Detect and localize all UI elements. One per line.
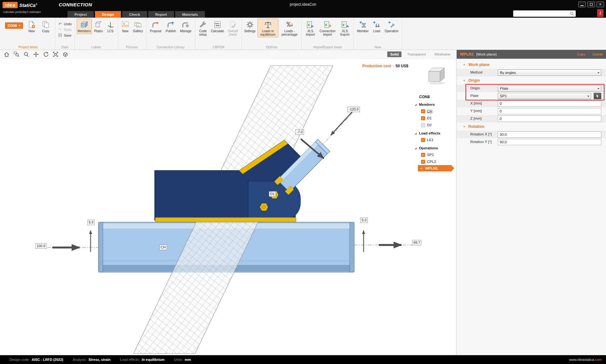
checkbox-checked-icon[interactable]: ✓ <box>421 109 425 113</box>
overall-check-button[interactable]: Overall check <box>225 19 241 37</box>
plate-select[interactable]: SP1 <box>498 93 591 99</box>
copy-project-item-button[interactable]: Copy <box>40 19 51 34</box>
ribbon-group-import-export: XLS Import Connection Import XLS Export … <box>302 18 354 50</box>
tab-report[interactable]: Report <box>148 11 174 18</box>
loads-percentage-button[interactable]: Loads - percentage <box>279 19 300 37</box>
close-button[interactable]: × <box>597 2 604 7</box>
undo-button[interactable]: ↶ Undo <box>57 21 73 27</box>
tree-item-d1[interactable]: ✓ D1 <box>421 115 456 122</box>
calculate-button[interactable]: Calculate <box>210 19 225 34</box>
tree-group-load-effects[interactable]: ◢ Load effects <box>415 130 456 136</box>
section-collapse-icon: ▼ <box>463 79 466 82</box>
rotate-view-icon[interactable] <box>42 51 49 58</box>
copy-operation-button[interactable]: Copy <box>577 52 585 56</box>
labels-members-toggle[interactable]: Members <box>77 19 92 34</box>
zoom-window-icon[interactable] <box>13 51 20 58</box>
app-window: idea StatiCa® Calculate yesterday's esti… <box>0 0 606 364</box>
rotation-y-input[interactable] <box>498 139 601 145</box>
origin-select[interactable]: Plate <box>498 85 601 92</box>
minimize-button[interactable] <box>578 2 586 7</box>
tree-item-le1[interactable]: ✓ LE1 <box>421 136 456 143</box>
navigation-cube[interactable] <box>425 64 448 86</box>
3d-viewport[interactable]: -120.0 -7.0 5.0 5.0 100.0 69.7 CH D1 Pro… <box>0 59 456 355</box>
checkbox-unchecked-icon[interactable] <box>421 123 425 127</box>
checkbox-checked-icon[interactable]: ✓ <box>421 138 425 142</box>
tab-check[interactable]: Check <box>122 11 147 18</box>
view-mode-transparent[interactable]: Transparent <box>404 51 429 57</box>
labels-lcs-toggle[interactable]: LCS <box>105 19 116 34</box>
status-units: Units:mm <box>174 358 191 361</box>
checkbox-checked-icon[interactable]: ✓ <box>421 116 425 120</box>
tab-design[interactable]: Design <box>95 11 121 18</box>
picture-new-button[interactable]: New <box>120 19 131 34</box>
view-mode-solid[interactable]: Solid <box>387 51 401 57</box>
y-input[interactable] <box>498 108 601 114</box>
dim-label-load-right: 69.7 <box>412 240 421 245</box>
con8-selector-button[interactable]: CON8 <box>5 22 23 29</box>
code-setup-button[interactable]: Code setup <box>196 19 210 37</box>
tab-materials[interactable]: Materials <box>175 11 205 18</box>
connection-import-button[interactable]: Connection Import <box>318 19 337 37</box>
member-label-ch: CH <box>159 245 167 250</box>
home-view-icon[interactable] <box>3 51 10 58</box>
gear-icon <box>246 20 254 29</box>
pan-icon[interactable] <box>33 51 39 58</box>
xls-export-button[interactable]: XLS Export <box>337 19 353 37</box>
save-button[interactable]: Save <box>57 33 73 38</box>
lcs-axes-icon <box>106 20 115 29</box>
tab-project[interactable]: Project <box>68 11 94 18</box>
plate-picker-button[interactable] <box>594 93 601 99</box>
delete-operation-button[interactable]: Delete <box>592 52 603 56</box>
info-button[interactable]: i <box>597 9 603 17</box>
tree-item-cpl2[interactable]: ✓ CPL2 <box>421 158 456 165</box>
method-select[interactable]: By angles <box>498 69 601 76</box>
rotation-x-input[interactable] <box>498 131 601 138</box>
cursor-pick-icon <box>596 94 600 98</box>
new-project-item-button[interactable]: New <box>26 19 37 34</box>
new-load-button[interactable]: Load <box>371 19 382 34</box>
tree-group-members[interactable]: ◢ Members <box>415 101 456 108</box>
xls-import-icon <box>306 20 315 29</box>
search-input[interactable] <box>515 12 569 15</box>
view-mode-wireframe[interactable]: Wireframe <box>431 51 453 57</box>
checkbox-checked-icon[interactable]: ✓ <box>421 160 425 164</box>
minimize-icon <box>580 5 584 6</box>
section-origin[interactable]: ▼ Origin <box>457 76 606 85</box>
model-tree: CON8 ◢ Members ✓ CH ✓ D1 <box>413 95 456 171</box>
website-link[interactable]: www.ideastatica.com <box>569 358 602 361</box>
scene-canvas[interactable] <box>0 59 456 355</box>
tree-item-d2[interactable]: D2 <box>421 122 456 128</box>
viewport-toolbar: Solid Transparent Wireframe <box>0 50 456 59</box>
loads-in-equilibrium-toggle[interactable]: Loads in equilibrium <box>258 19 278 37</box>
section-rotation[interactable]: ▼ Rotation <box>457 122 606 131</box>
xls-import-button[interactable]: XLS Import <box>302 19 318 37</box>
library-propose-button[interactable]: Propose <box>149 19 163 34</box>
x-input[interactable] <box>498 100 601 107</box>
zoom-fit-icon[interactable] <box>52 51 59 58</box>
checkbox-checked-icon[interactable]: ✓ <box>419 166 424 170</box>
z-input[interactable] <box>498 116 601 122</box>
search-box[interactable] <box>513 10 576 17</box>
library-publish-button[interactable]: Publish <box>165 19 177 34</box>
tree-item-wpln1[interactable]: ✓ WPLN1 <box>418 165 451 171</box>
settings-button[interactable]: Settings <box>243 19 257 34</box>
tree-group-operations[interactable]: ◢ Operations <box>415 145 456 151</box>
search-icon[interactable] <box>569 11 574 16</box>
maximize-button[interactable] <box>587 2 595 7</box>
dim-label-shear: -7.0 <box>295 129 304 135</box>
perspective-cube-icon[interactable] <box>62 51 69 58</box>
labels-plates-toggle[interactable]: Plates <box>93 19 104 34</box>
row-method: Method By angles <box>457 69 606 76</box>
new-member-button[interactable]: Member <box>356 19 370 34</box>
checkbox-checked-icon[interactable]: ✓ <box>421 153 425 157</box>
tree-item-ch[interactable]: ✓ CH <box>421 108 456 115</box>
section-work-plane[interactable]: ▼ Work plane <box>457 61 606 69</box>
picture-gallery-button[interactable]: Gallery <box>132 19 144 34</box>
row-rotation-x: Rotation X [°] <box>457 131 606 138</box>
redo-button[interactable]: ↷ Redo <box>57 27 73 32</box>
ribbon-group-data: ↶ Undo ↷ Redo Save Data <box>55 18 75 50</box>
zoom-icon[interactable] <box>23 51 30 58</box>
library-manage-button[interactable]: Manage <box>179 19 192 34</box>
new-operation-button[interactable]: Operation <box>384 19 400 34</box>
tree-item-sp1[interactable]: ✓ SP1 <box>421 151 456 158</box>
